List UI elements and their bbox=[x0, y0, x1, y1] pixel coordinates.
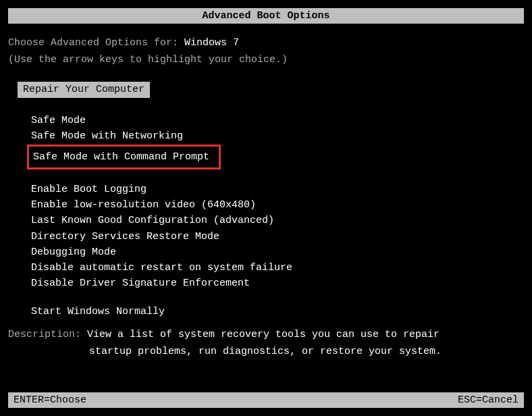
description-block: Description: View a list of system recov… bbox=[8, 328, 524, 360]
option-disable-auto-restart[interactable]: Disable automatic restart on system fail… bbox=[8, 260, 524, 276]
description-text-1: View a list of system recovery tools you… bbox=[87, 329, 440, 340]
footer-bar: ENTER=Choose ESC=Cancel bbox=[8, 392, 524, 408]
prompt-line: Choose Advanced Options for: Windows 7 bbox=[8, 36, 524, 50]
footer-esc: ESC=Cancel bbox=[458, 394, 518, 406]
option-last-known-good[interactable]: Last Known Good Configuration (advanced) bbox=[8, 213, 524, 228]
option-directory-services[interactable]: Directory Services Restore Mode bbox=[8, 229, 524, 244]
option-start-normally[interactable]: Start Windows Normally bbox=[8, 304, 524, 319]
footer-enter: ENTER=Choose bbox=[14, 394, 86, 406]
selected-option-label: Repair Your Computer bbox=[18, 82, 150, 98]
os-name: Windows 7 bbox=[184, 37, 239, 49]
hint-line: (Use the arrow keys to highlight your ch… bbox=[8, 53, 524, 67]
option-safe-mode-cmd[interactable]: Safe Mode with Command Prompt bbox=[8, 145, 524, 170]
highlight-box: Safe Mode with Command Prompt bbox=[27, 145, 221, 170]
option-repair-computer[interactable]: Repair Your Computer bbox=[8, 82, 524, 101]
screen-title: Advanced Boot Options bbox=[202, 10, 329, 22]
option-debugging-mode[interactable]: Debugging Mode bbox=[8, 244, 524, 260]
prompt-label: Choose Advanced Options for: bbox=[8, 37, 184, 49]
option-disable-driver-sig[interactable]: Disable Driver Signature Enforcement bbox=[8, 276, 524, 291]
title-bar: Advanced Boot Options bbox=[8, 8, 524, 24]
option-safe-mode-networking[interactable]: Safe Mode with Networking bbox=[8, 128, 524, 144]
option-safe-mode[interactable]: Safe Mode bbox=[8, 113, 524, 128]
description-text-2: startup problems, run diagnostics, or re… bbox=[89, 344, 524, 360]
option-low-res-video[interactable]: Enable low-resolution video (640x480) bbox=[8, 197, 524, 213]
option-boot-logging[interactable]: Enable Boot Logging bbox=[8, 182, 524, 197]
description-label: Description: bbox=[8, 329, 87, 340]
